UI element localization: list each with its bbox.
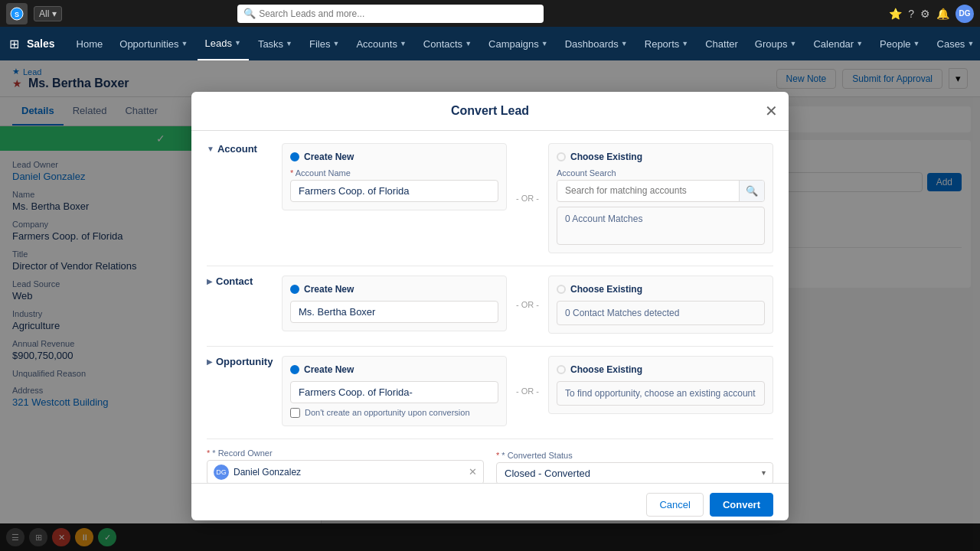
opp-choose-existing-box: To find opportunity, choose an existing …: [557, 381, 765, 406]
account-search-button[interactable]: 🔍: [739, 181, 764, 201]
modal-overlay: Convert Lead ✕ ▼ Account: [0, 60, 980, 551]
topbar-icons: ⭐ ? ⚙ 🔔 DG: [889, 5, 974, 23]
chevron-down-icon: ▼: [856, 40, 863, 47]
record-owner-block: * * Record Owner DG Daniel Gonzalez ✕: [207, 448, 484, 483]
chevron-down-icon: ▼: [967, 40, 974, 47]
account-matches-text: 0 Account Matches: [565, 214, 642, 224]
account-section-content: Create New * Account Name - OR -: [282, 143, 773, 253]
global-search-bar: 🔍: [237, 5, 544, 23]
owner-tag-remove-button[interactable]: ✕: [469, 466, 477, 478]
nav-files[interactable]: Files▼: [302, 27, 347, 60]
nav-campaigns[interactable]: Campaigns▼: [481, 27, 556, 60]
chevron-down-icon: ▼: [621, 40, 628, 47]
nav-dashboards[interactable]: Dashboards▼: [557, 27, 635, 60]
radio-selected-icon: [290, 152, 299, 161]
converted-status-select[interactable]: Closed - Converted: [496, 462, 773, 483]
account-name-label: * Account Name: [290, 168, 498, 178]
contact-name-input[interactable]: [290, 301, 498, 323]
svg-text:S: S: [15, 11, 19, 18]
nav-cases[interactable]: Cases▼: [929, 27, 980, 60]
account-section-toggle[interactable]: ▼ Account: [207, 143, 276, 155]
chevron-down-icon: ▼: [181, 40, 188, 47]
opp-or-divider: - OR -: [507, 386, 548, 396]
chevron-down-icon: ▼: [913, 40, 920, 47]
contact-matches-text: 0 Contact Matches detected: [565, 308, 679, 318]
account-search-wrap: 🔍: [557, 180, 765, 202]
search-icon: 🔍: [243, 8, 256, 19]
chevron-down-icon: ▼: [681, 40, 688, 47]
nav-leads[interactable]: Leads▼: [198, 27, 249, 60]
dont-create-opp-row: Don't create an opportunity upon convers…: [290, 408, 498, 418]
search-filter-btn[interactable]: All ▾: [34, 6, 62, 21]
chevron-down-icon: ▼: [400, 40, 407, 47]
account-create-new-radio[interactable]: Create New: [290, 152, 498, 162]
account-search-input[interactable]: [557, 181, 739, 201]
contact-section-toggle[interactable]: ▶ Contact: [207, 276, 276, 287]
contact-create-new-radio[interactable]: Create New: [290, 284, 498, 295]
nav-home[interactable]: Home: [69, 27, 111, 60]
nav-opportunities[interactable]: Opportunities▼: [112, 27, 195, 60]
account-chevron-icon: ▼: [207, 145, 214, 153]
favorites-icon[interactable]: ⭐: [889, 8, 902, 20]
dont-create-opp-checkbox[interactable]: [290, 408, 300, 418]
chevron-down-icon: ▼: [790, 40, 797, 47]
chevron-down-icon: ▼: [332, 40, 339, 47]
radio-selected-icon: [290, 365, 299, 374]
converted-status-block: * * Converted Status Closed - Converted: [496, 451, 773, 483]
converted-status-label: * * Converted Status: [496, 451, 773, 460]
chevron-down-icon: ▼: [234, 39, 241, 47]
account-or-divider: - OR -: [507, 194, 548, 203]
global-search-input[interactable]: [259, 8, 537, 19]
app-logo: S: [6, 3, 28, 24]
contact-choose-existing-radio[interactable]: Choose Existing: [557, 284, 765, 295]
opportunity-name-input[interactable]: [290, 381, 498, 403]
settings-icon[interactable]: ⚙: [920, 8, 930, 20]
owner-tag: DG Daniel Gonzalez ✕: [207, 460, 484, 483]
nav-calendar[interactable]: Calendar▼: [805, 27, 871, 60]
opp-create-new-radio[interactable]: Create New: [290, 364, 498, 375]
chevron-down-icon: ▼: [541, 40, 548, 47]
opp-choose-existing-radio[interactable]: Choose Existing: [557, 364, 765, 375]
nav-bar: ⊞ Sales Home Opportunities▼ Leads▼ Tasks…: [0, 27, 980, 60]
convert-button[interactable]: Convert: [710, 493, 773, 517]
contact-section-content: Create New - OR - Choose Existing: [282, 276, 773, 334]
top-bar: S All ▾ 🔍 ⭐ ? ⚙ 🔔 DG: [0, 0, 980, 27]
owner-status-section: * * Record Owner DG Daniel Gonzalez ✕ * …: [207, 448, 773, 483]
cancel-button[interactable]: Cancel: [646, 493, 703, 517]
opportunity-section-content: Create New Don't create an opportunity u…: [282, 356, 773, 426]
modal-close-button[interactable]: ✕: [765, 103, 778, 119]
chevron-down-icon: ▼: [286, 40, 292, 47]
dont-create-opp-label: Don't create an opportunity upon convers…: [305, 408, 470, 417]
opportunity-chevron-icon: ▶: [207, 357, 213, 366]
nav-tasks[interactable]: Tasks▼: [250, 27, 300, 60]
opportunity-section-toggle[interactable]: ▶ Opportunity: [207, 356, 276, 367]
radio-selected-icon: [290, 285, 299, 294]
nav-people[interactable]: People▼: [872, 27, 927, 60]
nav-groups[interactable]: Groups▼: [747, 27, 805, 60]
opp-choose-existing-placeholder: To find opportunity, choose an existing …: [565, 388, 756, 399]
modal-footer: Cancel Convert: [191, 483, 789, 526]
contact-or-divider: - OR -: [507, 300, 548, 309]
radio-unselected-icon: [557, 285, 566, 294]
nav-chatter[interactable]: Chatter: [697, 27, 746, 60]
contact-chevron-icon: ▶: [207, 277, 213, 285]
nav-brand: Sales: [27, 37, 55, 50]
account-section-label: Account: [217, 143, 257, 155]
main-content: ★ Lead ★ Ms. Bertha Boxer New Note Submi…: [0, 60, 980, 551]
nav-reports[interactable]: Reports▼: [637, 27, 696, 60]
record-owner-label: * * Record Owner: [207, 448, 484, 458]
user-avatar[interactable]: DG: [956, 5, 974, 23]
owner-tag-name: Daniel Gonzalez: [234, 467, 464, 478]
account-choose-existing-radio[interactable]: Choose Existing: [557, 152, 765, 162]
help-icon[interactable]: ?: [908, 8, 914, 20]
bell-icon[interactable]: 🔔: [936, 8, 949, 20]
account-name-input[interactable]: [290, 180, 498, 202]
apps-grid-icon[interactable]: ⊞: [9, 37, 19, 51]
nav-contacts[interactable]: Contacts▼: [416, 27, 479, 60]
opportunity-section: ▶ Opportunity Create New: [207, 356, 773, 426]
nav-accounts[interactable]: Accounts▼: [348, 27, 413, 60]
contact-matches-box: 0 Contact Matches detected: [557, 301, 765, 325]
chevron-down-icon: ▼: [465, 40, 472, 47]
opportunity-section-label: Opportunity: [216, 356, 273, 367]
converted-status-select-wrap: Closed - Converted: [496, 462, 773, 483]
